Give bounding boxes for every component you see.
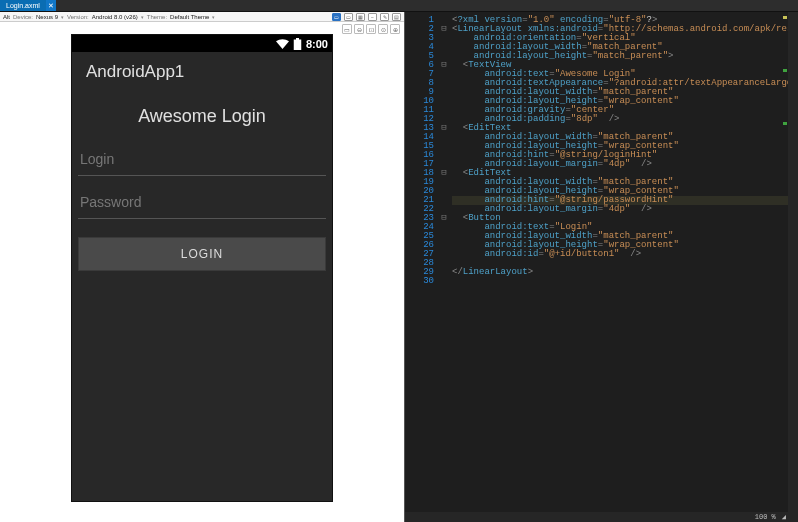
zoom-in-icon[interactable]: ⊕ <box>390 24 400 34</box>
version-label: Version: <box>67 14 89 20</box>
saved-marker-icon <box>783 122 787 125</box>
version-value[interactable]: Android 8.0 (v26) <box>92 14 138 20</box>
line-number-gutter: 1234567891011121314151617181920212223242… <box>405 12 440 522</box>
code-editor[interactable]: 1234567891011121314151617181920212223242… <box>405 12 798 522</box>
battery-icon <box>293 38 302 50</box>
fold-gutter: ⊟⊟⊟⊟⊟ <box>440 12 448 522</box>
resize-grip-icon[interactable]: ◢ <box>782 513 786 521</box>
settings-icon[interactable]: ▤ <box>392 13 401 21</box>
change-marker-icon <box>783 16 787 19</box>
orientation-portrait-icon[interactable]: ▭ <box>332 13 341 21</box>
theme-value[interactable]: Default Theme <box>170 14 209 20</box>
password-input[interactable] <box>78 184 326 219</box>
device-toolbar: Alt Device: Nexus 9 ▾ Version: Android 8… <box>0 12 404 22</box>
zoom-level: 100 % <box>755 513 776 521</box>
theme-label: Theme: <box>147 14 167 20</box>
zoom-actual-icon[interactable]: ⊙ <box>378 24 388 34</box>
zoom-out-icon[interactable]: ⊖ <box>354 24 364 34</box>
chevron-down-icon: ▾ <box>141 14 144 20</box>
edit-icon[interactable]: ✎ <box>380 13 389 21</box>
designer-surface[interactable]: ▭ ⊖ ⊡ ⊙ ⊕ 8:00 AndroidApp1 <box>0 22 404 522</box>
login-button[interactable]: LOGIN <box>78 237 326 271</box>
zoom-toolbar: ▭ ⊖ ⊡ ⊙ ⊕ <box>342 24 400 34</box>
grid-icon[interactable]: ▦ <box>356 13 365 21</box>
zoom-reset-icon[interactable]: ⊡ <box>366 24 376 34</box>
app-name: AndroidApp1 <box>86 62 184 82</box>
saved-marker-icon <box>783 69 787 72</box>
designer-pane: Alt Device: Nexus 9 ▾ Version: Android 8… <box>0 12 405 522</box>
login-input[interactable] <box>78 141 326 176</box>
android-status-bar: 8:00 <box>72 35 332 52</box>
chevron-down-icon: ▾ <box>61 14 64 20</box>
fit-icon[interactable]: ▭ <box>342 24 352 34</box>
wifi-icon <box>276 39 289 49</box>
phone-preview: 8:00 AndroidApp1 Awesome Login LOGIN <box>71 34 333 502</box>
screen-title: Awesome Login <box>76 92 328 137</box>
alt-icon: Alt <box>3 14 10 20</box>
chevron-down-icon: ▾ <box>212 14 215 20</box>
orientation-landscape-icon[interactable]: ▭ <box>344 13 353 21</box>
tab-login-axml[interactable]: Login.axml <box>0 0 46 11</box>
marker-column <box>783 16 787 175</box>
clock-text: 8:00 <box>306 38 328 50</box>
tab-bar: Login.axml ✕ <box>0 0 798 12</box>
horizontal-scrollbar[interactable]: 100 % ◢ <box>405 512 798 522</box>
tab-label: Login.axml <box>6 2 40 9</box>
close-icon: ✕ <box>48 2 54 10</box>
app-bar: AndroidApp1 <box>72 52 332 92</box>
device-label: Device: <box>13 14 33 20</box>
refresh-icon[interactable]: − <box>368 13 377 21</box>
device-value[interactable]: Nexus 9 <box>36 14 58 20</box>
code-area[interactable]: <?xml version="1.0" encoding="utf-8"?><L… <box>448 12 798 522</box>
vertical-scrollbar[interactable] <box>788 12 798 512</box>
tab-close-button[interactable]: ✕ <box>46 0 56 11</box>
